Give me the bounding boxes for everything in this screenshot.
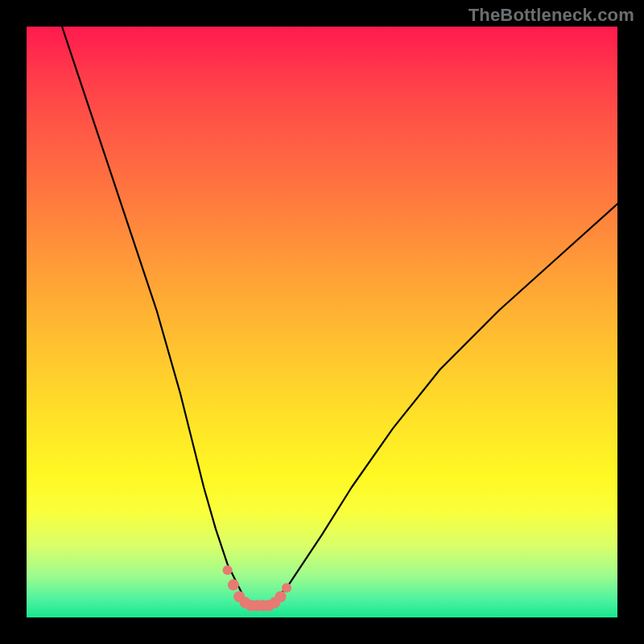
- curve-marker: [223, 565, 233, 575]
- curve-marker: [282, 583, 291, 592]
- chart-frame: TheBottleneck.com: [0, 0, 644, 644]
- plot-area: [27, 27, 617, 617]
- bottleneck-curve: [62, 27, 617, 605]
- chart-svg: [27, 27, 617, 617]
- curve-marker: [228, 580, 239, 591]
- curve-marker: [275, 591, 287, 602]
- watermark-label: TheBottleneck.com: [469, 5, 634, 26]
- marker-group: [223, 565, 291, 611]
